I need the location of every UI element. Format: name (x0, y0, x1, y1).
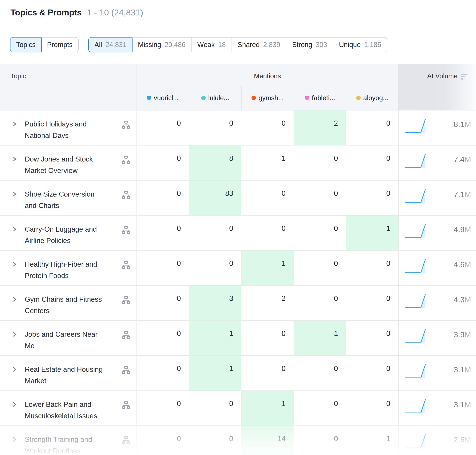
trend-sparkline (404, 153, 429, 169)
mention-cell: 0 (294, 251, 346, 285)
mention-cell: 0 (137, 426, 189, 455)
mention-cell: 2 (294, 110, 346, 145)
mention-cell: 0 (346, 110, 398, 145)
column-header-brand[interactable]: fableti... (294, 86, 346, 110)
mention-cell: 0 (137, 146, 189, 180)
topic-cell[interactable]: Healthy High-Fiber and Protein Foods (0, 251, 137, 285)
column-header-brand[interactable]: gymsh... (241, 86, 294, 110)
topic-cell[interactable]: Dow Jones and Stock Market Overview (0, 146, 137, 180)
topic-name: Dow Jones and Stock Market Overview (25, 154, 114, 176)
topic-name: Carry-On Luggage and Airline Policies (25, 224, 114, 246)
column-header-ai-volume[interactable]: AI Volume (398, 64, 476, 110)
brand-color-dot (305, 96, 309, 100)
ai-volume-cell: 4.3M (398, 286, 476, 320)
mention-cell: 1 (241, 146, 294, 180)
topic-tree-icon[interactable] (121, 400, 131, 410)
view-toggle-option[interactable]: Topics (10, 37, 42, 52)
filter-option[interactable]: Shared 2,839 (232, 38, 286, 52)
mention-cell: 0 (346, 146, 398, 180)
mention-cell: 0 (137, 391, 189, 425)
ai-volume-value: 4.3M (454, 295, 471, 304)
column-header-brand[interactable]: vuoricl... (137, 86, 189, 110)
mention-cell: 0 (189, 426, 241, 455)
trend-sparkline (404, 398, 429, 414)
expand-chevron-icon[interactable] (11, 191, 17, 197)
topic-name: Lower Back Pain and Musculoskeletal Issu… (25, 399, 114, 422)
mention-cell: 1 (346, 426, 398, 455)
table-row: Dow Jones and Stock Market Overview 0 8 … (0, 146, 476, 180)
topic-cell[interactable]: Jobs and Careers Near Me (0, 321, 137, 355)
topic-tree-icon[interactable] (121, 120, 131, 130)
topic-cell[interactable]: Carry-On Luggage and Airline Policies (0, 216, 137, 250)
topic-name: Jobs and Careers Near Me (25, 329, 114, 352)
topic-tree-icon[interactable] (121, 225, 131, 235)
column-header-brand[interactable]: lulule... (189, 86, 241, 110)
expand-chevron-icon[interactable] (11, 156, 17, 162)
expand-chevron-icon[interactable] (11, 401, 17, 407)
topic-cell[interactable]: Gym Chains and Fitness Centers (0, 286, 137, 320)
filter-group: All 24,831 Missing 20,486 Weak 18 Shared… (88, 37, 387, 52)
expand-chevron-icon[interactable] (11, 296, 17, 302)
topics-table: Topic Mentions AI Volume vuoricl... l (0, 64, 476, 455)
trend-sparkline (404, 363, 429, 379)
topic-cell[interactable]: Shoe Size Conversion and Charts (0, 180, 137, 215)
mention-cell: 0 (137, 356, 189, 390)
brand-name-label: gymsh... (258, 94, 284, 102)
filter-label: Missing (138, 41, 161, 49)
topic-tree-icon[interactable] (121, 260, 131, 270)
mention-cell: 0 (346, 391, 398, 425)
mention-cell: 0 (137, 180, 189, 215)
filter-label: All (94, 41, 102, 49)
topic-cell[interactable]: Real Estate and Housing Market (0, 356, 137, 390)
table-row: Gym Chains and Fitness Centers 0 3 2 0 0 (0, 286, 476, 321)
column-header-mentions: Mentions (137, 64, 398, 86)
mention-cell: 0 (294, 286, 346, 320)
table-row: Shoe Size Conversion and Charts 0 83 0 0… (0, 180, 476, 216)
column-header-brand[interactable]: aloyog... (346, 86, 398, 110)
brand-color-dot (147, 96, 151, 100)
topic-cell[interactable]: Public Holidays and National Days (0, 110, 137, 145)
ai-volume-value: 8.1M (454, 120, 471, 129)
expand-chevron-icon[interactable] (11, 261, 17, 268)
filter-option[interactable]: Unique 1,185 (333, 38, 387, 52)
topic-tree-icon[interactable] (121, 295, 131, 305)
mention-cell: 0 (241, 356, 294, 390)
filter-option[interactable]: Strong 303 (286, 38, 333, 52)
topic-tree-icon[interactable] (121, 330, 131, 340)
filter-count: 2,839 (263, 41, 280, 49)
expand-chevron-icon[interactable] (11, 226, 17, 232)
mention-cell: 0 (294, 356, 346, 390)
topic-tree-icon[interactable] (121, 435, 131, 445)
topic-name: Shoe Size Conversion and Charts (25, 188, 114, 211)
filter-option[interactable]: All 24,831 (88, 37, 132, 52)
topic-cell[interactable]: Strength Training and Workout Routines (0, 426, 137, 455)
ai-volume-value: 3.1M (454, 400, 471, 409)
page-title: Topics & Prompts (10, 8, 82, 17)
column-header-topic[interactable]: Topic (0, 64, 137, 110)
topic-cell[interactable]: Lower Back Pain and Musculoskeletal Issu… (0, 391, 137, 425)
mention-cell: 0 (294, 180, 346, 215)
topic-tree-icon[interactable] (121, 365, 131, 375)
expand-chevron-icon[interactable] (11, 366, 17, 373)
mention-cell: 0 (137, 110, 189, 145)
brand-name-label: vuoricl... (154, 94, 179, 102)
sort-descending-icon[interactable] (461, 73, 471, 82)
topic-tree-icon[interactable] (121, 155, 131, 164)
filter-option[interactable]: Missing 20,486 (132, 38, 191, 52)
topic-tree-icon[interactable] (121, 190, 131, 200)
trend-sparkline (404, 293, 429, 309)
mention-cell: 0 (241, 110, 294, 145)
ai-volume-value: 7.4M (454, 155, 471, 164)
filter-option[interactable]: Weak 18 (191, 38, 231, 52)
mention-cell: 0 (241, 321, 294, 355)
trend-sparkline (404, 258, 429, 274)
mentions-header-label: Mentions (254, 72, 281, 86)
expand-chevron-icon[interactable] (11, 331, 17, 337)
expand-chevron-icon[interactable] (11, 121, 17, 127)
filter-label: Weak (197, 41, 215, 49)
topic-header-label: Topic (10, 72, 26, 80)
view-toggle-option[interactable]: Prompts (41, 38, 78, 52)
expand-chevron-icon[interactable] (11, 436, 17, 443)
mention-cell: 0 (294, 391, 346, 425)
mention-cell: 1 (241, 251, 294, 285)
